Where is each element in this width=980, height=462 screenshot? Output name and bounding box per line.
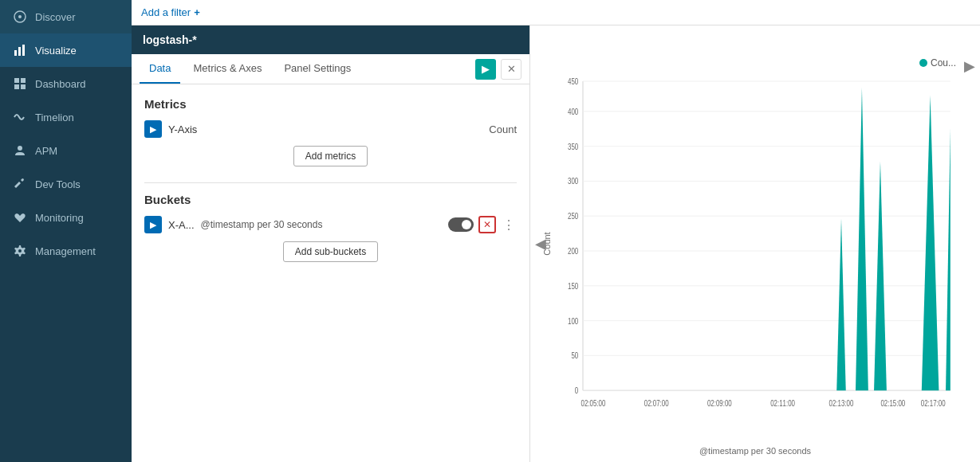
heart-icon [13, 210, 27, 225]
svg-text:450: 450 [568, 76, 578, 87]
svg-text:02:15:00: 02:15:00 [880, 398, 905, 409]
svg-rect-2 [14, 50, 17, 56]
svg-point-1 [18, 15, 22, 18]
svg-text:02:13:00: 02:13:00 [829, 398, 854, 409]
sidebar-item-management[interactable]: Management [0, 234, 132, 268]
add-filter-label: Add a filter [141, 6, 191, 18]
buckets-section: Buckets ▶ X-A... @timestamp per 30 secon… [144, 193, 517, 262]
sidebar: Discover Visualize Dashboard Timelion AP… [0, 0, 132, 462]
panel-header: logstash-* [132, 25, 529, 54]
add-sub-buckets-button[interactable]: Add sub-buckets [283, 241, 378, 262]
svg-text:02:09:00: 02:09:00 [707, 398, 732, 409]
svg-text:02:11:00: 02:11:00 [770, 398, 795, 409]
section-divider [144, 182, 517, 183]
panel-body: Metrics ▶ Y-Axis Count Add metrics Bucke… [132, 84, 529, 462]
bucket-axis-value: @timestamp per 30 seconds [201, 219, 442, 230]
index-pattern-title: logstash-* [143, 33, 197, 46]
sidebar-item-monitoring[interactable]: Monitoring [0, 201, 132, 234]
sidebar-item-dashboard[interactable]: Dashboard [0, 67, 132, 100]
metric-axis-label: Y-Axis [168, 123, 482, 135]
person-icon [13, 143, 27, 158]
svg-marker-41 [874, 161, 887, 390]
sidebar-item-label: Visualize [35, 45, 77, 57]
svg-text:250: 250 [568, 211, 578, 221]
metric-row: ▶ Y-Axis Count [144, 120, 517, 138]
buckets-title: Buckets [144, 193, 517, 206]
sidebar-item-label: APM [35, 145, 57, 157]
svg-rect-5 [14, 78, 19, 83]
bucket-axis-label: X-A... [168, 219, 195, 231]
svg-rect-6 [21, 78, 26, 83]
sidebar-item-devtools[interactable]: Dev Tools [0, 167, 132, 201]
gear-icon [13, 244, 27, 258]
compass-icon [13, 10, 27, 24]
svg-text:02:17:00: 02:17:00 [921, 398, 946, 409]
bucket-more-button[interactable]: ⋮ [501, 217, 517, 233]
content-area: logstash-* Data Metrics & Axes Panel Set… [132, 25, 980, 462]
tab-actions: ▶ ✕ [475, 59, 521, 80]
add-metrics-button[interactable]: Add metrics [293, 146, 368, 166]
chart-svg: 0 50 100 150 200 250 [554, 73, 956, 422]
bucket-delete-button[interactable]: ✕ [478, 216, 496, 233]
svg-text:02:05:00: 02:05:00 [581, 398, 606, 409]
sidebar-item-label: Management [35, 245, 96, 257]
svg-text:200: 200 [568, 246, 578, 256]
sidebar-item-label: Timelion [35, 112, 74, 123]
svg-rect-8 [21, 84, 26, 89]
svg-marker-42 [922, 96, 939, 390]
svg-text:400: 400 [568, 106, 578, 116]
metric-expand-button[interactable]: ▶ [144, 120, 162, 138]
svg-text:350: 350 [568, 141, 578, 151]
svg-text:0: 0 [575, 386, 578, 396]
chart-panel: ◀ ▶ Cou... Count @timestamp per 30 secon… [530, 25, 980, 462]
svg-rect-7 [14, 84, 19, 89]
svg-text:50: 50 [571, 350, 578, 361]
svg-text:300: 300 [568, 176, 578, 186]
legend-color-dot [919, 59, 927, 67]
chart-area: 0 50 100 150 200 250 [554, 73, 956, 422]
bar-chart-icon [13, 43, 27, 57]
play-button[interactable]: ▶ [475, 59, 496, 80]
chart-nav-right-button[interactable]: ▶ [964, 57, 975, 75]
sidebar-item-discover[interactable]: Discover [0, 0, 132, 33]
bucket-actions: ✕ ⋮ [448, 216, 517, 233]
legend-label: Cou... [931, 57, 956, 69]
grid-icon [13, 76, 27, 91]
tab-panel-settings[interactable]: Panel Settings [274, 54, 360, 84]
wave-icon [13, 110, 27, 124]
metrics-section: Metrics ▶ Y-Axis Count Add metrics [144, 97, 517, 166]
bucket-row: ▶ X-A... @timestamp per 30 seconds ✕ ⋮ [144, 216, 517, 233]
sidebar-item-visualize[interactable]: Visualize [0, 33, 132, 67]
svg-text:150: 150 [568, 280, 578, 291]
chart-legend: Cou... [919, 57, 956, 69]
add-filter-button[interactable]: Add a filter + [141, 6, 200, 18]
svg-text:02:07:00: 02:07:00 [644, 398, 669, 409]
metrics-title: Metrics [144, 97, 517, 111]
wrench-icon [13, 177, 27, 191]
sidebar-item-timelion[interactable]: Timelion [0, 100, 132, 134]
sidebar-item-label: Dashboard [35, 78, 86, 90]
sidebar-item-label: Discover [35, 11, 76, 23]
sidebar-item-label: Monitoring [35, 212, 84, 224]
tab-bar: Data Metrics & Axes Panel Settings ▶ ✕ [132, 54, 529, 84]
x-axis-label: @timestamp per 30 seconds [699, 446, 811, 456]
svg-rect-4 [22, 45, 25, 56]
left-panel: logstash-* Data Metrics & Axes Panel Set… [132, 25, 530, 462]
svg-text:100: 100 [568, 315, 578, 326]
sidebar-item-apm[interactable]: APM [0, 134, 132, 167]
main-content: Add a filter + logstash-* Data Metrics &… [132, 0, 980, 462]
svg-rect-3 [18, 47, 21, 56]
svg-marker-40 [856, 88, 868, 390]
chart-nav-left-button[interactable]: ◀ [535, 235, 546, 253]
sidebar-item-label: Dev Tools [35, 178, 81, 190]
bucket-toggle[interactable] [448, 217, 474, 232]
filter-bar: Add a filter + [132, 0, 980, 25]
add-filter-plus-icon: + [194, 6, 200, 18]
svg-marker-39 [836, 218, 846, 390]
svg-marker-43 [946, 129, 950, 391]
bucket-expand-button[interactable]: ▶ [144, 216, 162, 233]
tab-data[interactable]: Data [140, 54, 180, 84]
svg-point-9 [18, 146, 22, 151]
close-panel-button[interactable]: ✕ [501, 59, 521, 80]
tab-metrics-axes[interactable]: Metrics & Axes [183, 54, 271, 84]
